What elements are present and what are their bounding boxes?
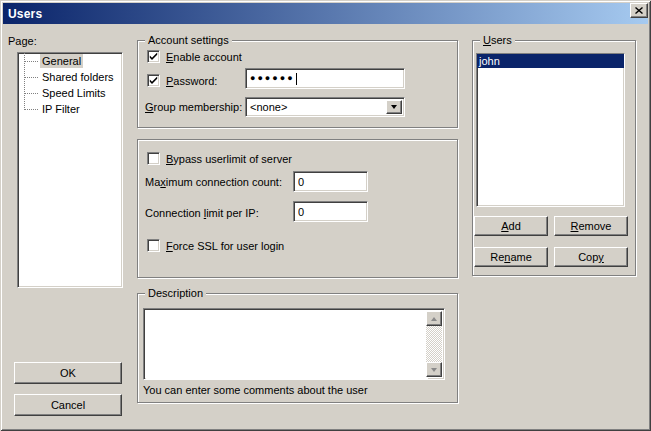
description-field-frame xyxy=(143,308,445,380)
tree-item-shared-folders[interactable]: Shared folders xyxy=(18,69,122,85)
bypass-userlimit-row: Bypass userlimit of server xyxy=(147,152,292,165)
force-ssl-checkbox[interactable] xyxy=(147,239,160,252)
max-connections-input[interactable] xyxy=(293,171,368,192)
rename-user-button[interactable]: Rename xyxy=(474,247,548,267)
page-label: Page: xyxy=(8,35,37,47)
close-button[interactable] xyxy=(630,3,648,18)
add-user-button[interactable]: Add xyxy=(474,216,548,236)
text-caret xyxy=(296,73,297,85)
cancel-button[interactable]: Cancel xyxy=(14,394,122,416)
scroll-up-button[interactable] xyxy=(426,311,442,326)
dropdown-arrow-button[interactable] xyxy=(386,100,402,114)
description-textarea[interactable] xyxy=(146,311,428,379)
titlebar: Users xyxy=(3,3,648,24)
enable-account-row: Enable account xyxy=(147,50,242,63)
copy-user-button[interactable]: Copy xyxy=(554,247,628,267)
checkmark-icon xyxy=(149,52,158,61)
ok-button[interactable]: OK xyxy=(14,362,122,384)
password-checkbox[interactable] xyxy=(147,74,160,87)
password-row: Password: xyxy=(147,74,217,87)
force-ssl-row: Force SSL for user login xyxy=(147,239,284,252)
users-group-title: Users xyxy=(480,33,515,47)
arrow-up-icon xyxy=(431,317,437,321)
ip-limit-input[interactable] xyxy=(293,201,368,222)
password-label: Password: xyxy=(166,75,217,87)
users-dialog: Users Page: General Shared folders Speed… xyxy=(0,0,651,431)
tree-item-general[interactable]: General xyxy=(18,53,122,69)
tree-item-ip-filter[interactable]: IP Filter xyxy=(18,101,122,117)
password-input[interactable]: ●●●●●● xyxy=(245,68,405,89)
user-name: john xyxy=(479,55,500,67)
window-title: Users xyxy=(3,7,42,21)
bypass-userlimit-label: Bypass userlimit of server xyxy=(166,153,292,165)
arrow-down-icon xyxy=(431,368,437,372)
page-tree[interactable]: General Shared folders Speed Limits IP F… xyxy=(17,52,123,288)
group-membership-label: Group membership: xyxy=(145,101,242,113)
force-ssl-label: Force SSL for user login xyxy=(166,240,284,252)
remove-user-button[interactable]: Remove xyxy=(554,216,628,236)
scroll-down-button[interactable] xyxy=(426,362,442,377)
enable-account-checkbox[interactable] xyxy=(147,50,160,63)
group-membership-dropdown[interactable]: <none> xyxy=(245,97,405,117)
bypass-userlimit-checkbox[interactable] xyxy=(147,152,160,165)
description-title: Description xyxy=(145,286,206,300)
ip-limit-label: Connection limit per IP: xyxy=(145,207,259,219)
description-help-text: You can enter some comments about the us… xyxy=(143,384,368,396)
checkmark-icon xyxy=(149,76,158,85)
tree-item-speed-limits[interactable]: Speed Limits xyxy=(18,85,122,101)
description-scrollbar[interactable] xyxy=(426,311,442,377)
password-masked-value: ●●●●●● xyxy=(250,73,295,84)
enable-account-label: Enable account xyxy=(166,51,242,63)
max-connections-label: Maximum connection count: xyxy=(145,176,282,188)
users-list[interactable]: john xyxy=(476,53,625,207)
close-icon xyxy=(635,7,643,14)
account-settings-title: Account settings xyxy=(145,33,232,47)
chevron-down-icon xyxy=(391,105,397,109)
group-membership-value: <none> xyxy=(250,101,287,113)
user-list-item[interactable]: john xyxy=(477,54,624,68)
